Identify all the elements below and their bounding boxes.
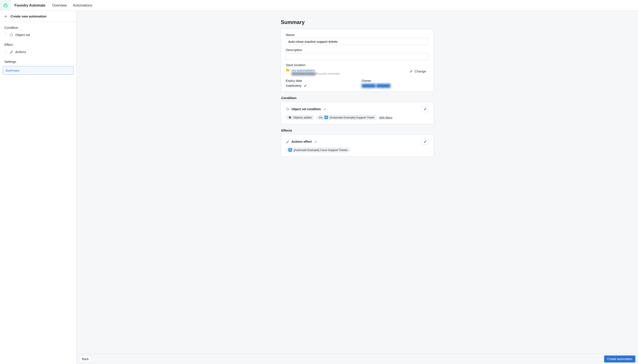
- robot-icon: [3, 3, 8, 8]
- cube-icon: [10, 33, 13, 37]
- edit-effect-button[interactable]: [422, 138, 429, 145]
- pencil-icon: [410, 70, 413, 73]
- tab-automations[interactable]: Automations: [70, 0, 95, 11]
- cube-icon: [286, 107, 289, 111]
- effects-card: Actions effect O [Automate Example]: [281, 134, 434, 157]
- create-automation-button[interactable]: Create automation: [604, 356, 635, 362]
- condition-card: Object set condition Objects added: [281, 102, 434, 124]
- cube-plus-icon: [288, 116, 292, 119]
- sidebar: Create new automation Condition Object s…: [0, 11, 77, 364]
- owner-value: ██████ ██████: [362, 84, 390, 88]
- edit-expiry-button[interactable]: [304, 84, 307, 87]
- expiry-label: Expiry date: [286, 79, 353, 82]
- folder-icon: [286, 68, 290, 72]
- top-bar: Foundry Automate Overview Automations: [0, 0, 638, 11]
- name-input[interactable]: [286, 38, 429, 45]
- expiry-value: Indefinitely: [286, 84, 302, 88]
- back-button[interactable]: Back: [79, 356, 92, 362]
- save-folder-link[interactable]: my-automations: [292, 68, 315, 72]
- section-effects-label: Effects: [281, 128, 434, 132]
- svg-rect-0: [4, 4, 7, 7]
- actions-effect-title: Actions effect: [292, 140, 312, 143]
- nav-group-effect: Effect: [0, 39, 76, 48]
- wand-icon: [10, 50, 13, 54]
- nav-actions-label: Actions: [15, 50, 26, 54]
- nav-group-condition: Condition: [0, 22, 76, 31]
- chip-action: O [Automate Example] Close Support Ticke…: [286, 147, 350, 152]
- main-panel: Summary Name Description Save location: [77, 11, 638, 364]
- main-scroll[interactable]: Summary Name Description Save location: [77, 11, 638, 354]
- chip-objects-added: Objects added: [286, 115, 314, 120]
- sidebar-title: Create new automation: [11, 14, 47, 18]
- nav-summary[interactable]: Summary: [3, 66, 74, 75]
- change-location-button[interactable]: Change: [407, 68, 429, 74]
- section-condition-label: Condition: [281, 96, 434, 100]
- tab-overview[interactable]: Overview: [49, 0, 70, 11]
- workspace: Create new automation Condition Object s…: [0, 11, 638, 364]
- check-icon: [323, 107, 327, 111]
- product-name: Foundry Automate: [11, 3, 49, 8]
- page-title: Summary: [281, 19, 434, 25]
- footer-bar: Back Create automation: [77, 354, 638, 364]
- nav-object-set-label: Object set: [15, 33, 30, 37]
- back-arrow-icon[interactable]: [4, 14, 8, 18]
- owner-label: Owner: [362, 79, 429, 82]
- object-badge-icon: O: [324, 116, 328, 119]
- nav-group-settings: Settings: [0, 56, 76, 65]
- object-set-condition-title: Object set condition: [292, 107, 321, 111]
- description-label: Description: [286, 48, 429, 52]
- nav-object-set[interactable]: Object set: [0, 31, 76, 39]
- summary-card: Name Description Save location: [281, 29, 434, 92]
- nav-actions[interactable]: Actions: [0, 48, 76, 56]
- pencil-icon: [424, 108, 427, 111]
- with-filters-link[interactable]: With filters: [379, 116, 392, 119]
- save-location-label: Save location: [286, 63, 429, 67]
- app-logo: [0, 0, 11, 11]
- edit-condition-button[interactable]: [422, 106, 429, 112]
- svg-point-4: [5, 3, 6, 4]
- svg-point-1: [5, 5, 5, 6]
- name-label: Name: [286, 33, 429, 37]
- pencil-icon: [424, 140, 427, 143]
- description-input[interactable]: [286, 53, 429, 60]
- svg-point-2: [6, 5, 6, 6]
- check-icon: [314, 140, 317, 143]
- object-badge-icon: O: [288, 148, 292, 152]
- chip-on-object-type: On O [Automate Example] Support Ticket: [316, 115, 377, 120]
- sidebar-header: Create new automation: [0, 11, 76, 22]
- wand-icon: [286, 140, 289, 143]
- save-folder-path: ████████████/Foundry Automate: [292, 72, 340, 75]
